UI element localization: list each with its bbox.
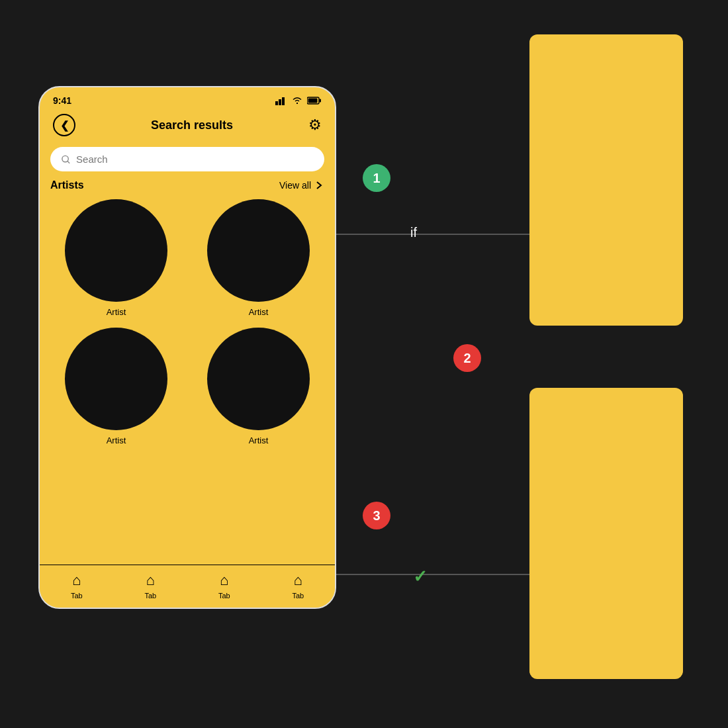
tab-icon-2: ⌂: [146, 572, 155, 589]
nav-bar: ❮ Search results ⚙: [40, 111, 335, 144]
search-bar[interactable]: [50, 147, 324, 171]
artists-section: Artists View all Artist Artist Artist: [40, 179, 335, 559]
check-label: ✓: [413, 567, 428, 587]
tab-item-1[interactable]: ⌂ Tab: [40, 572, 114, 600]
right-panel-bottom: [529, 388, 683, 679]
signal-icon: [275, 96, 287, 105]
svg-rect-2: [275, 101, 278, 105]
artist-item-4[interactable]: Artist: [193, 328, 324, 445]
wifi-icon: [291, 96, 303, 105]
tab-label-1: Tab: [71, 592, 83, 600]
back-icon: ❮: [60, 119, 69, 132]
artist-name-4: Artist: [249, 435, 269, 445]
tab-icon-4: ⌂: [294, 572, 302, 589]
view-all-button[interactable]: View all: [279, 180, 324, 191]
tab-item-2[interactable]: ⌂ Tab: [114, 572, 188, 600]
artist-item-3[interactable]: Artist: [50, 328, 182, 445]
svg-rect-7: [308, 99, 318, 103]
status-bar: 9:41: [40, 87, 335, 111]
artists-grid: Artist Artist Artist Artist: [50, 199, 324, 445]
svg-line-9: [68, 161, 69, 163]
artist-avatar-4: [207, 328, 310, 430]
chevron-right-icon: [314, 180, 324, 191]
badge-3: 3: [363, 502, 390, 529]
phone-mockup: 9:41 ❮ Search re: [38, 86, 336, 609]
artist-item-1[interactable]: Artist: [50, 199, 182, 317]
tab-icon-1: ⌂: [72, 572, 81, 589]
artist-avatar-1: [65, 199, 167, 302]
view-all-label: View all: [279, 180, 311, 191]
page-title: Search results: [151, 118, 233, 132]
status-time: 9:41: [53, 95, 71, 106]
back-button[interactable]: ❮: [53, 114, 75, 136]
artist-avatar-3: [65, 328, 167, 430]
artist-item-2[interactable]: Artist: [193, 199, 324, 317]
artist-name-2: Artist: [249, 307, 269, 317]
artists-header: Artists View all: [50, 179, 324, 191]
tab-bar: ⌂ Tab ⌂ Tab ⌂ Tab ⌂ Tab: [40, 565, 335, 608]
artist-avatar-2: [207, 199, 310, 302]
tab-icon-3: ⌂: [220, 572, 228, 589]
tab-label-2: Tab: [144, 592, 156, 600]
tab-item-3[interactable]: ⌂ Tab: [187, 572, 261, 600]
badge-2: 2: [453, 344, 481, 372]
svg-rect-3: [279, 99, 281, 105]
if-label: if: [410, 225, 417, 240]
svg-rect-4: [282, 97, 285, 105]
badge-2-number: 2: [463, 351, 471, 366]
badge-1-number: 1: [373, 171, 380, 186]
badge-3-number: 3: [373, 508, 380, 523]
artist-name-3: Artist: [107, 435, 126, 445]
search-icon: [61, 154, 71, 165]
artists-title: Artists: [50, 179, 84, 191]
status-icons: [275, 96, 322, 105]
artist-name-1: Artist: [107, 307, 126, 317]
badge-1: 1: [363, 164, 390, 192]
settings-icon[interactable]: ⚙: [308, 116, 322, 134]
battery-icon: [307, 97, 322, 105]
tab-label-4: Tab: [292, 592, 304, 600]
right-panel-top: [529, 34, 683, 326]
svg-rect-6: [320, 99, 322, 103]
tab-item-4[interactable]: ⌂ Tab: [261, 572, 336, 600]
search-input[interactable]: [76, 154, 314, 165]
tab-label-3: Tab: [218, 592, 230, 600]
